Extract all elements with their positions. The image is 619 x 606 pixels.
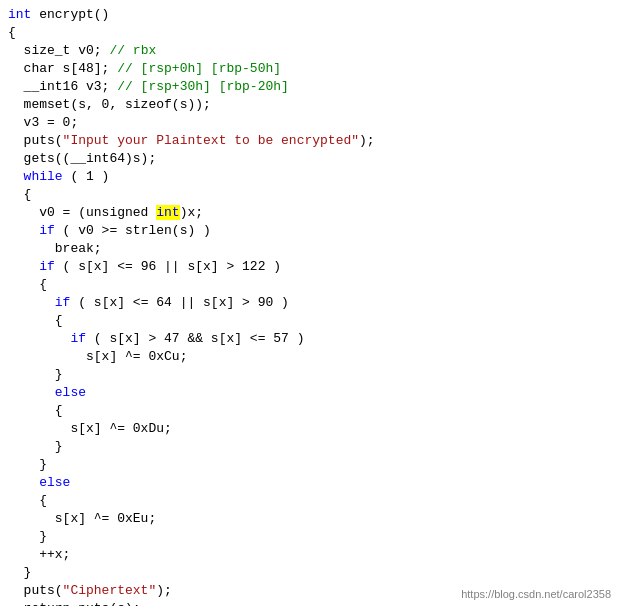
code-line-line32: ++x; (0, 546, 619, 564)
code-line-line9: puts("Input your Plaintext to be encrypt… (0, 132, 619, 150)
code-viewer: int encrypt(){ size_t v0; // rbx char s[… (0, 0, 619, 606)
code-line-line18: if ( s[x] <= 64 || s[x] > 90 ) (0, 294, 619, 312)
code-line-line20: if ( s[x] > 47 && s[x] <= 57 ) (0, 330, 619, 348)
code-line-line29: { (0, 492, 619, 510)
code-line-line17: { (0, 276, 619, 294)
watermark: https://blog.csdn.net/carol2358 (461, 588, 611, 600)
code-line-line28: else (0, 474, 619, 492)
code-line-line24: { (0, 402, 619, 420)
code-line-line25: s[x] ^= 0xDu; (0, 420, 619, 438)
code-lines: int encrypt(){ size_t v0; // rbx char s[… (0, 6, 619, 606)
code-line-line21: s[x] ^= 0xCu; (0, 348, 619, 366)
code-line-line13: v0 = (unsigned int)x; (0, 204, 619, 222)
code-line-line27: } (0, 456, 619, 474)
code-line-line22: } (0, 366, 619, 384)
code-line-line12: { (0, 186, 619, 204)
code-line-line2: { (0, 24, 619, 42)
code-line-line4: char s[48]; // [rsp+0h] [rbp-50h] (0, 60, 619, 78)
code-line-line8: v3 = 0; (0, 114, 619, 132)
code-line-line3: size_t v0; // rbx (0, 42, 619, 60)
code-line-line15: break; (0, 240, 619, 258)
code-line-line23: else (0, 384, 619, 402)
code-line-line35: return puts(s); (0, 600, 619, 606)
code-line-line7: memset(s, 0, sizeof(s)); (0, 96, 619, 114)
code-line-line11: while ( 1 ) (0, 168, 619, 186)
code-line-line33: } (0, 564, 619, 582)
code-line-line31: } (0, 528, 619, 546)
code-line-line26: } (0, 438, 619, 456)
code-line-line30: s[x] ^= 0xEu; (0, 510, 619, 528)
code-line-line16: if ( s[x] <= 96 || s[x] > 122 ) (0, 258, 619, 276)
code-line-line14: if ( v0 >= strlen(s) ) (0, 222, 619, 240)
code-line-line5: __int16 v3; // [rsp+30h] [rbp-20h] (0, 78, 619, 96)
code-line-line10: gets((__int64)s); (0, 150, 619, 168)
code-line-line19: { (0, 312, 619, 330)
code-line-line1: int encrypt() (0, 6, 619, 24)
